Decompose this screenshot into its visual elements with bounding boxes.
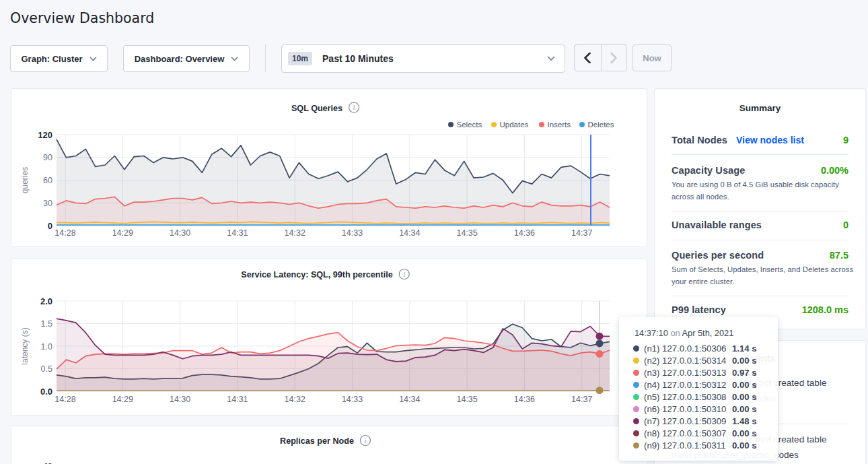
y-tick-label: 60 [43,176,52,185]
info-icon-glyph: i [403,271,405,278]
info-icon-glyph: i [365,437,367,444]
y-tick-label: 0.0 [40,387,52,397]
legend-label-deletes: Deletes [588,121,614,129]
tooltip-node-row: (n7) 127.0.0.1:503091.48 s [633,415,778,427]
tooltip-node-address: (n5) 127.0.0.1:50308 [644,392,732,402]
y-tick-label: 30 [43,199,52,208]
time-window-dropdown[interactable]: 10m Past 10 Minutes [281,44,565,73]
tooltip-node-address: (n7) 127.0.0.1:50309 [644,416,732,426]
time-nav-group [574,44,627,71]
replicas-per-node-chart[interactable]: 40Replicas per Nodei [11,426,647,464]
series-color-dot [633,442,639,449]
legend-label-updates: Updates [500,121,529,129]
tooltip-node-row: (n2) 127.0.0.1:503140.00 s [633,354,778,366]
x-tick-label: 14:34 [399,395,420,404]
tooltip-node-row: (n6) 127.0.0.1:503100.00 s [633,403,778,415]
x-tick-label: 14:30 [170,228,190,238]
hover-dot-n9 [596,387,604,394]
dashboard-dropdown[interactable]: Dashboard: Overview [123,45,250,72]
service-latency-chart[interactable]: 0.00.51.01.52.014:2814:2914:3014:3114:32… [11,259,647,415]
x-tick-label: 14:36 [514,395,535,404]
x-tick-label: 14:35 [456,395,477,404]
series-color-dot [633,418,639,424]
x-tick-label: 14:28 [55,395,75,404]
series-color-dot [633,430,639,436]
y-tick-label: 120 [38,130,52,140]
chevron-right-icon [610,53,617,63]
tooltip-node-row: (n3) 127.0.0.1:503130.97 s [633,366,778,378]
x-tick-label: 14:34 [399,228,420,238]
x-tick-label: 14:31 [227,395,248,404]
summary-stat-row: Unavailable ranges0 [672,219,848,231]
chart-title: Service Latency: SQL, 99th percentile [241,270,392,279]
summary-stat-description: Sum of Selects, Updates, Inserts, and De… [672,264,855,288]
tooltip-node-address: (n9) 127.0.0.1:50311 [644,440,732,451]
tooltip-timestamp: 14:37:10 on Apr 5th, 2021 [635,328,778,339]
summary-divider [672,296,848,296]
summary-stat-value: 87.5 [830,249,848,261]
tooltip-node-value: 0.00 s [732,392,757,402]
x-tick-label: 14:33 [342,395,363,404]
legend-label-inserts: Inserts [548,121,571,129]
x-tick-label: 14:31 [227,228,248,238]
legend-dot-selects [448,122,454,127]
time-back-button[interactable] [575,45,601,71]
summary-stat-row: Capacity Usage0.00% [672,164,848,176]
dashboard-dropdown-label: Dashboard: Overview [135,54,225,64]
time-forward-button[interactable] [601,45,627,71]
x-tick-label: 14:37 [571,395,592,404]
summary-stat-label: Queries per second [672,249,764,261]
hover-dot-n3 [596,350,604,358]
x-tick-label: 14:28 [55,228,75,238]
summary-stat-value: 1208.0 ms [802,304,848,316]
y-tick-label: 0.5 [41,364,52,374]
summary-stat-row: Total NodesView nodes list9 [672,134,848,146]
hover-dot-n7 [596,333,604,340]
time-window-label: Past 10 Minutes [322,53,394,64]
tooltip-node-row: (n4) 127.0.0.1:503120.00 s [633,378,778,391]
y-tick-label: 40 [43,461,52,464]
legend-label-selects: Selects [457,121,482,129]
x-tick-label: 14:32 [285,228,305,238]
summary-stat-label: Capacity Usage [672,164,745,176]
tooltip-node-value: 0.00 s [732,380,757,390]
y-tick-label: 90 [43,153,52,162]
chevron-down-icon [231,57,238,61]
x-tick-label: 14:32 [285,395,305,404]
tooltip-node-address: (n8) 127.0.0.1:50307 [644,428,732,438]
chart-title: Replicas per Node [280,436,354,446]
x-tick-label: 14:37 [571,228,592,238]
tooltip-node-row: (n5) 127.0.0.1:503080.00 s [633,391,778,403]
x-tick-label: 14:36 [514,228,535,238]
now-button[interactable]: Now [632,44,672,71]
sql-queries-chart[interactable]: 030609012014:2814:2914:3014:3114:3214:33… [11,89,647,246]
summary-stat-value: 9 [843,134,848,146]
tooltip-node-value: 0.00 s [732,428,757,438]
sql-queries-chart-panel: 030609012014:2814:2914:3014:3114:3214:33… [11,88,647,247]
tooltip-node-address: (n3) 127.0.0.1:50313 [644,368,732,378]
legend-dot-inserts [539,122,544,127]
summary-divider [672,154,848,155]
tooltip-node-value: 0.97 s [732,368,757,378]
series-color-dot [633,394,639,400]
y-tick-label: 2.0 [40,296,52,306]
series-color-dot [633,382,639,388]
graph-dropdown[interactable]: Graph: Cluster [10,45,108,72]
chevron-left-icon [584,53,591,63]
series-color-dot [633,358,639,364]
tooltip-node-address: (n6) 127.0.0.1:50310 [644,404,732,414]
view-nodes-list-link[interactable]: View nodes list [736,134,804,146]
x-tick-label: 14:33 [342,228,363,238]
summary-stat-description: You are using 0 B of 4.5 GiB usable disk… [672,179,855,203]
tooltip-node-value: 0.00 s [732,404,757,414]
tooltip-node-value: 1.14 s [732,343,757,354]
y-axis-label: latency (s) [20,327,30,364]
summary-stat-label: Total Nodes [672,134,727,146]
series-color-dot [633,406,639,412]
x-tick-label: 14:29 [112,228,133,238]
summary-stat-value: 0.00% [821,164,848,176]
x-tick-label: 14:30 [170,395,190,404]
chart-title: SQL Queries [291,104,342,113]
info-icon-glyph: i [353,104,355,111]
legend-dot-updates [491,122,497,127]
